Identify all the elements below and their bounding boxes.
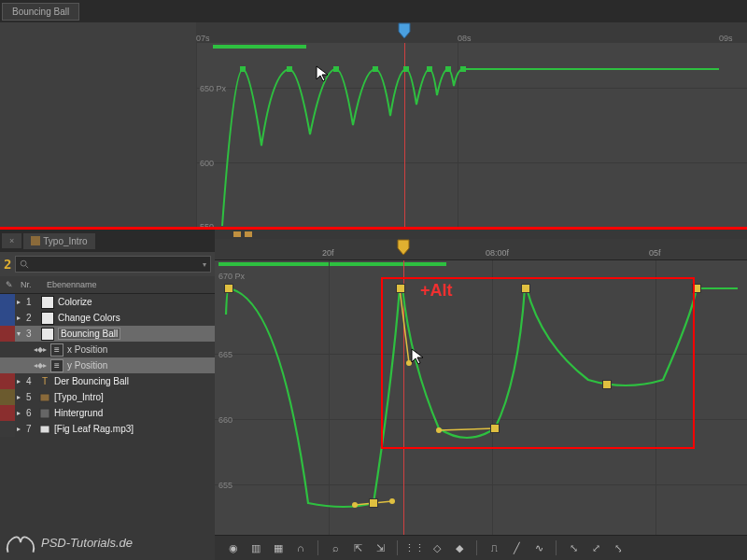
close-icon[interactable]: × [9, 236, 14, 245]
graph-editor-toolbar: ◉ ▥ ▦ ∩ ⌕ ⇱ ⇲ ⋮⋮ ◇ ◆ ⎍ ╱ ∿ ⤡ ⤢ ⤣ [215, 535, 747, 560]
timeline-panel: × Typo_Intro 2 ▾ ✎ Nr. Ebenenname ▸1 Col… [0, 230, 747, 560]
keyframe[interactable] [224, 284, 233, 293]
label-color[interactable] [0, 326, 15, 342]
bounce-curve-top [196, 43, 747, 227]
audio-layer-icon [39, 424, 50, 435]
layer-row-change-colors[interactable]: ▸2 Change Colors [0, 310, 215, 326]
twirl-icon[interactable]: ▸ [17, 298, 24, 306]
chevron-down-icon[interactable]: ▾ [203, 260, 206, 269]
svg-rect-10 [40, 394, 49, 401]
playhead-marker-icon[interactable] [397, 239, 410, 256]
keyframe-navigator[interactable]: ◂◆▸ [34, 345, 47, 354]
twirl-icon[interactable]: ▸ [17, 425, 24, 433]
tab-label: Bouncing Ball [12, 7, 69, 17]
label-color[interactable] [0, 421, 15, 437]
zoom-icon[interactable]: ⌕ [326, 539, 345, 556]
mini-navigator[interactable] [215, 230, 747, 239]
tab-typo-intro[interactable]: Typo_Intro [23, 233, 94, 249]
svg-rect-4 [403, 66, 409, 72]
layer-name: Der Bouncing Ball [54, 376, 129, 386]
layer-row-audio[interactable]: ▸7 [Fig Leaf Rag.mp3] [0, 421, 215, 437]
svg-point-8 [21, 260, 27, 266]
graph-editor-bottom: 20f 08:00f 05f 670 Px 665 660 655 [215, 230, 747, 560]
svg-point-18 [352, 502, 358, 508]
edit-keyframe-icon[interactable]: ◇ [428, 539, 446, 556]
search-input[interactable]: ▾ [15, 256, 211, 273]
svg-rect-7 [460, 66, 466, 72]
shy-toggle-icon[interactable]: ✎ [0, 280, 19, 289]
layer-row-colorize[interactable]: ▸1 Colorize [0, 294, 215, 310]
comp-layer-icon [39, 392, 50, 403]
svg-line-9 [26, 266, 29, 269]
tab-bouncing-ball[interactable]: Bouncing Ball [2, 3, 79, 21]
expression-toggle-icon[interactable]: ≡ [50, 359, 63, 372]
time-ruler-top[interactable]: 07s 08s 09s [196, 22, 747, 44]
value-graph-bottom[interactable]: 670 Px 665 660 655 [215, 260, 747, 560]
search-icon [20, 259, 29, 269]
auto-bezier-icon[interactable]: ∿ [529, 539, 548, 556]
keyframe-interpolation-icon[interactable]: ◆ [450, 539, 469, 556]
ruler-tick: 08s [458, 34, 472, 43]
nav-segment[interactable] [245, 231, 252, 237]
property-label: x Position [67, 344, 107, 355]
snap-icon[interactable]: ∩ [291, 539, 310, 556]
easy-ease-in-icon[interactable]: ⤢ [586, 539, 605, 556]
layer-index: 6 [26, 408, 32, 418]
timecode-display[interactable]: 2 [4, 257, 11, 272]
expression-toggle-icon[interactable]: ≡ [50, 343, 63, 357]
panel-tab-bar: × Typo_Intro [0, 230, 215, 252]
adjustment-layer-icon [41, 312, 54, 325]
label-color[interactable] [0, 310, 15, 326]
fit-all-icon[interactable]: ⇲ [371, 539, 389, 556]
value-graph-top[interactable]: 650 Px 600 550 [196, 43, 747, 227]
layer-row-typo-intro[interactable]: ▸5 [Typo_Intro] [0, 389, 215, 405]
property-label: y Position [67, 360, 107, 371]
layer-row-bouncing-ball[interactable]: ▾3 Bouncing Ball [0, 326, 215, 342]
keyframe-navigator[interactable]: ◂◆▸ [34, 361, 47, 370]
label-color[interactable] [0, 373, 15, 389]
layer-index: 2 [26, 313, 32, 323]
hold-keyframe-icon[interactable]: ⎍ [485, 539, 503, 556]
svg-rect-6 [445, 66, 451, 72]
ruler-tick: 08:00f [486, 248, 509, 258]
twirl-icon[interactable]: ▾ [17, 329, 24, 338]
time-ruler-bottom[interactable]: 20f 08:00f 05f [215, 239, 747, 260]
ruler-tick: 20f [322, 248, 334, 258]
linear-keyframe-icon[interactable]: ╱ [507, 539, 526, 556]
svg-rect-5 [427, 66, 432, 72]
separate-dimensions-icon[interactable]: ⋮⋮ [405, 539, 424, 556]
search-row: 2 ▾ [0, 252, 215, 276]
property-x-position[interactable]: ◂◆▸ ≡ x Position [0, 342, 215, 357]
label-color[interactable] [0, 294, 15, 310]
adjustment-layer-icon [41, 328, 54, 341]
keyframe[interactable] [369, 498, 378, 508]
eye-icon[interactable]: ◉ [224, 539, 243, 556]
layer-row-hintergrund[interactable]: ▸6 Hintergrund [0, 405, 215, 421]
label-color[interactable] [0, 405, 15, 421]
ruler-tick: 07s [196, 34, 210, 43]
graph-options-icon[interactable]: ▥ [247, 539, 265, 556]
watermark-text: PSD-Tutorials.de [41, 536, 133, 550]
show-transform-box-icon[interactable]: ▦ [269, 539, 288, 556]
svg-rect-3 [373, 66, 378, 72]
layer-row-der-bouncing-ball[interactable]: ▸4 T Der Bouncing Ball [0, 373, 215, 389]
twirl-icon[interactable]: ▸ [17, 409, 24, 417]
easy-ease-icon[interactable]: ⤡ [564, 539, 583, 556]
nav-segment[interactable] [233, 231, 241, 237]
fit-selection-icon[interactable]: ⇱ [348, 539, 367, 556]
layer-name: [Typo_Intro] [54, 392, 104, 402]
tab-current-comp[interactable]: × [2, 233, 21, 248]
twirl-icon[interactable]: ▸ [17, 377, 24, 385]
layer-name: Colorize [58, 297, 92, 307]
label-color[interactable] [0, 389, 15, 405]
easy-ease-out-icon[interactable]: ⤣ [609, 539, 627, 556]
adjustment-layer-icon [41, 296, 54, 309]
annotation-text: +Alt [420, 281, 453, 301]
twirl-icon[interactable]: ▸ [17, 393, 24, 401]
svg-rect-0 [240, 66, 246, 72]
twirl-icon[interactable]: ▸ [17, 314, 24, 322]
property-y-position[interactable]: ◂◆▸ ≡ y Position [0, 357, 215, 373]
playhead-marker-icon[interactable] [398, 22, 411, 39]
svg-rect-1 [287, 66, 292, 72]
header-name: Ebenenname [43, 280, 97, 289]
